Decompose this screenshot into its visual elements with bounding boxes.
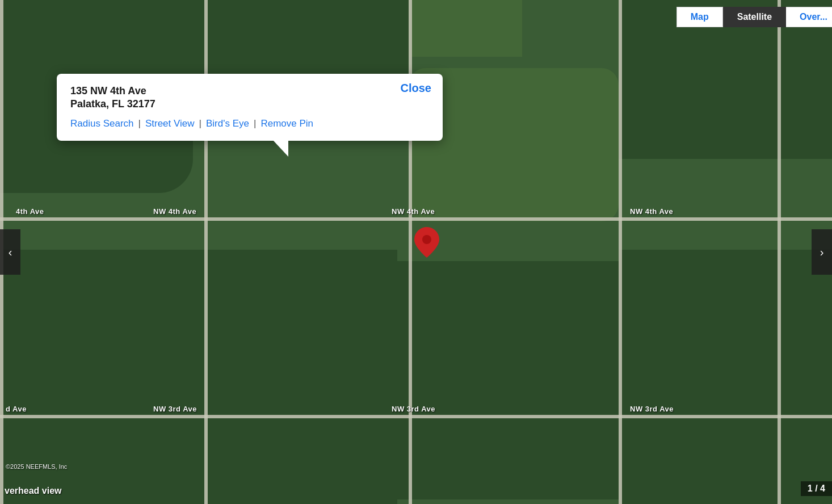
svg-point-0 <box>422 235 431 244</box>
overhead-label-text: verhead view <box>5 486 62 495</box>
separator-2: | <box>199 118 201 129</box>
page-counter: 1 / 4 <box>801 481 832 496</box>
right-arrow-icon: › <box>820 246 824 259</box>
close-button[interactable]: Close <box>401 82 431 95</box>
popup-address-line2: Palatka, FL 32177 <box>70 98 429 110</box>
separator-3: | <box>254 118 256 129</box>
road-nw3rd <box>0 415 832 418</box>
map-button[interactable]: Map <box>676 7 723 27</box>
map-container: 4th Ave NW 4th Ave NW 4th Ave NW 4th Ave… <box>0 0 832 504</box>
road-label-4th-cl: NW 4th Ave <box>153 207 196 216</box>
separator-1: | <box>138 118 141 129</box>
road-label-3rd-c: NW 3rd Ave <box>392 405 435 413</box>
forest-patch-6 <box>397 261 619 499</box>
popup-address-line1: 135 NW 4th Ave <box>70 85 429 97</box>
forest-patch-4 <box>619 250 832 504</box>
popup-links: Radius Search | Street View | Bird's Eye… <box>70 118 429 129</box>
info-popup: Close 135 NW 4th Ave Palatka, FL 32177 R… <box>57 74 443 141</box>
road-label-4th-left: 4th Ave <box>16 207 44 216</box>
street-view-link[interactable]: Street View <box>145 118 195 129</box>
road-label-3rd-r: NW 3rd Ave <box>630 405 674 413</box>
road-label-4th-r: NW 4th Ave <box>630 207 673 216</box>
road-v-3 <box>619 0 622 504</box>
radius-search-link[interactable]: Radius Search <box>70 118 134 129</box>
nav-arrow-left[interactable]: ‹ <box>0 229 20 275</box>
left-arrow-icon: ‹ <box>9 246 12 259</box>
road-v-4 <box>778 0 781 504</box>
forest-patch-5 <box>193 0 409 74</box>
birds-eye-link[interactable]: Bird's Eye <box>206 118 249 129</box>
copyright: ©2025 NEEFMLS, Inc <box>6 463 67 470</box>
clearing-2 <box>409 0 522 57</box>
road-label-4th-c: NW 4th Ave <box>392 207 435 216</box>
map-pin[interactable] <box>414 227 439 257</box>
remove-pin-link[interactable]: Remove Pin <box>260 118 313 129</box>
satellite-button[interactable]: Satellite <box>723 7 786 27</box>
road-label-3rd-left: d Ave <box>6 405 27 413</box>
road-nw4th <box>0 217 832 221</box>
overhead-label: verhead view <box>0 486 66 496</box>
nav-arrow-right[interactable]: › <box>812 229 832 275</box>
overlay-button[interactable]: Over... <box>786 7 832 27</box>
map-controls: Map Satellite Over... <box>676 7 832 27</box>
road-label-3rd-cl: NW 3rd Ave <box>153 405 197 413</box>
